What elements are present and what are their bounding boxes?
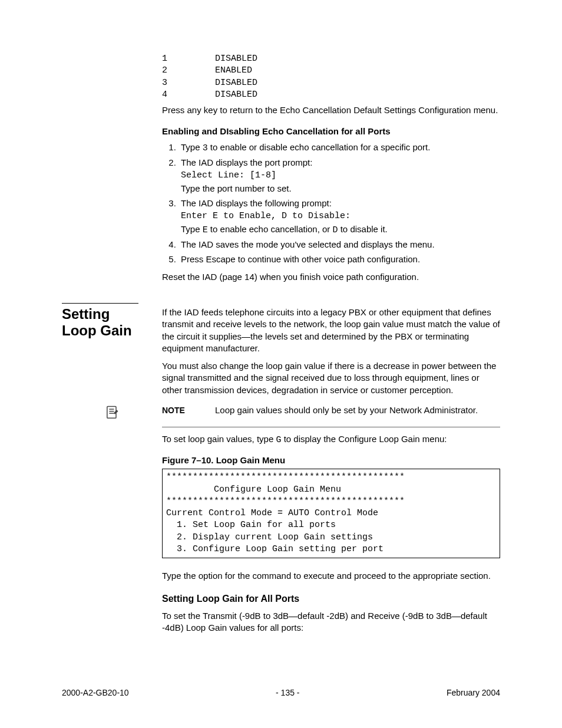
footer-doc-id: 2000-A2-GB20-10 <box>62 687 129 699</box>
table-row: 4 DISABLED <box>162 89 500 101</box>
step-4: The IAD saves the mode you've selected a… <box>178 239 500 251</box>
prompt-code: Select Line: [1-8] <box>181 170 500 182</box>
setting-loop-gain-section: Setting Loop Gain If the IAD feeds telep… <box>62 303 500 640</box>
step-text: to enable or disable echo cancellation f… <box>208 142 431 152</box>
note-icon-column <box>62 404 162 421</box>
port-state: DISABLED <box>215 77 257 89</box>
inline-code: 3 <box>203 143 208 153</box>
step-text: Type the port number to set. <box>181 183 500 195</box>
step-text: Type E to enable echo cancellation, or D… <box>181 223 500 236</box>
step-text: Press Escape to continue with other voic… <box>181 254 420 264</box>
step-text: The IAD saves the mode you've selected a… <box>181 239 435 249</box>
steps-list: Type 3 to enable or disable echo cancell… <box>162 141 500 265</box>
step-text: The IAD displays the port prompt: <box>181 157 500 169</box>
step-3: The IAD displays the following prompt: E… <box>178 197 500 237</box>
port-number: 4 <box>162 89 215 101</box>
port-state: ENABLED <box>215 65 252 77</box>
page: 1 DISABLED 2 ENABLED 3 DISABLED 4 DISABL… <box>0 0 562 728</box>
section-body: If the IAD feeds telephone circuits into… <box>162 303 500 640</box>
port-number: 2 <box>162 65 215 77</box>
table-row: 2 ENABLED <box>162 65 500 77</box>
port-state: DISABLED <box>215 53 257 65</box>
inline-code: E <box>203 225 208 235</box>
port-state: DISABLED <box>215 89 257 101</box>
press-any-key-text: Press any key to return to the Echo Canc… <box>162 104 500 116</box>
page-footer: 2000-A2-GB20-10 - 135 - February 2004 <box>62 687 500 699</box>
reset-iad-text: Reset the IAD (page 14) when you finish … <box>162 271 500 283</box>
port-number: 3 <box>162 77 215 89</box>
port-status-table: 1 DISABLED 2 ENABLED 3 DISABLED 4 DISABL… <box>162 53 500 101</box>
notepad-icon <box>104 404 120 421</box>
step-1: Type 3 to enable or disable echo cancell… <box>178 141 500 154</box>
step-2: The IAD displays the port prompt: Select… <box>178 157 500 195</box>
step-text: The IAD displays the following prompt: <box>181 197 500 209</box>
table-row: 1 DISABLED <box>162 53 500 65</box>
section-head-column: Setting Loop Gain <box>62 303 162 640</box>
step-text: Type <box>181 142 203 152</box>
port-number: 1 <box>162 53 215 65</box>
loop-gain-menu-box: ****************************************… <box>162 469 500 558</box>
setting-loop-gain-all-ports-heading: Setting Loop Gain for All Ports <box>162 592 500 605</box>
set-transmit-text: To set the Transmit (-9dB to 3dB—default… <box>162 610 500 634</box>
table-row: 3 DISABLED <box>162 77 500 89</box>
inline-code: D <box>333 225 338 235</box>
note-label: NOTE <box>162 404 215 416</box>
section-title: Setting Loop Gain <box>62 303 138 338</box>
figure-caption: Figure 7–10. Loop Gain Menu <box>162 454 500 466</box>
step-5: Press Escape to continue with other voic… <box>178 253 500 265</box>
footer-page-number: - 135 - <box>276 687 299 699</box>
prompt-code: Enter E to Enable, D to Disable: <box>181 210 500 222</box>
paragraph: You must also change the loop gain value… <box>162 360 500 396</box>
type-option-text: Type the option for the command to execu… <box>162 570 500 582</box>
echo-cancellation-heading: Enabling and DIsabling Echo Cancellation… <box>162 126 500 137</box>
paragraph: If the IAD feeds telephone circuits into… <box>162 307 500 354</box>
to-set-loop-gain-text: To set loop gain values, type G to displ… <box>162 433 500 446</box>
upper-content: 1 DISABLED 2 ENABLED 3 DISABLED 4 DISABL… <box>162 53 500 283</box>
footer-date: February 2004 <box>447 687 500 699</box>
note-text: Loop gain values should only be set by y… <box>215 404 500 416</box>
note-block: NOTE Loop gain values should only be set… <box>162 404 500 427</box>
